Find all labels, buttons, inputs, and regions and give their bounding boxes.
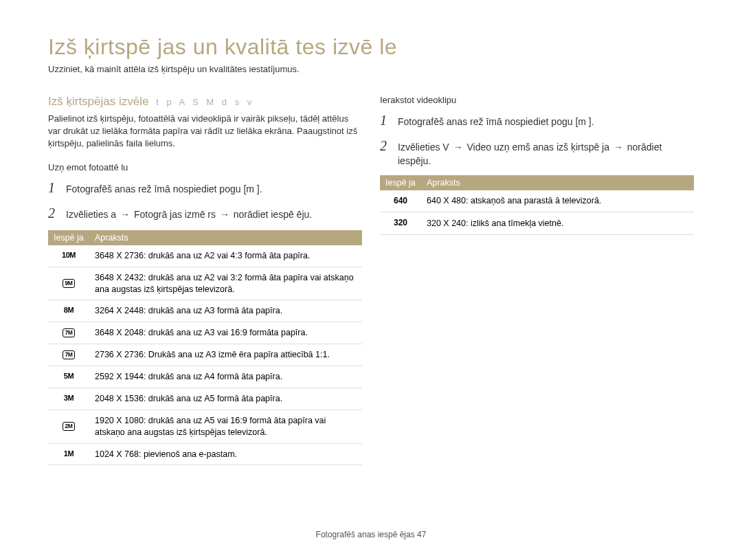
resolution-icon: 2M (63, 422, 76, 431)
option-icon-cell: 2M (48, 410, 89, 443)
table-row: 3M2048 X 1536: drukāš ana uz A5 formā āt… (48, 388, 362, 410)
resolution-icon: 320 (394, 218, 407, 227)
step-number: 2 (48, 203, 58, 223)
table-row: 7M2736 X 2736: Drukāš ana uz A3 izmē ēra… (48, 344, 362, 366)
photo-step-1: 1 Fotografēš anas rež īmā nospiediet pog… (48, 178, 362, 198)
table-row: 8M3264 X 2448: drukāš ana uz A3 formā āt… (48, 300, 362, 322)
left-column: Izš ķirtspējas izvēle t p A S M d s v Pa… (48, 95, 362, 465)
table-row: 9M3648 X 2432: drukāš ana uz A2 vai 3:2 … (48, 267, 362, 300)
page-footer: Fotografēš anas iespē ējas 47 (0, 530, 742, 539)
page-title: Izš ķirtspē jas un kvalitā tes izvē le (48, 34, 694, 60)
table-head-option: Iespē ja (380, 175, 421, 190)
table-row: 10M3648 X 2736: drukāš ana uz A2 vai 4:3… (48, 245, 362, 267)
page-subtitle: Uzziniet, kā mainīt attēla izš ķirtspēju… (48, 64, 694, 74)
photo-options-table: Iespē ja Apraksts 10M3648 X 2736: drukāš… (48, 230, 362, 466)
step-text-a: Izvēlieties V (398, 142, 449, 153)
arrow-icon: → (614, 140, 623, 154)
table-row: 1M1024 X 768: pievienoš ana e-pastam. (48, 443, 362, 465)
table-row: 320320 X 240: izlikš ana tīmekļa vietnē. (380, 212, 694, 235)
step-text-c: norādiet iespē ēju. (234, 209, 312, 220)
video-step-2: 2 Izvēlieties V → Video uzņ emš anas izš… (380, 136, 694, 168)
arrow-icon: → (220, 208, 229, 221)
table-head-description: Apraksts (421, 175, 694, 190)
mode-indicators: t p A S M d s v (156, 97, 254, 107)
two-column-layout: Izš ķirtspējas izvēle t p A S M d s v Pa… (48, 95, 694, 465)
section-heading-resolution: Izš ķirtspējas izvēle t p A S M d s v (48, 95, 362, 109)
option-icon-cell: 9M (48, 267, 89, 300)
section-heading-text: Izš ķirtspējas izvēle (48, 95, 148, 108)
resolution-icon: 10M (62, 251, 76, 259)
option-description-cell: 1920 X 1080: drukāš ana uz A5 vai 16:9 f… (89, 410, 362, 443)
option-description-cell: 2736 X 2736: Drukāš ana uz A3 izmē ēra p… (89, 344, 362, 366)
table-row: 640640 X 480: atskaņoš ana parastā ā tel… (380, 190, 694, 212)
right-column: Ierakstot videoklipu 1 Fotografēš anas r… (380, 95, 694, 465)
section-body-text: Palielinot izš ķirtspēju, fotoattēlā vai… (48, 113, 362, 150)
option-description-cell: 1024 X 768: pievienoš ana e-pastam. (89, 443, 362, 465)
option-icon-cell: 8M (48, 300, 89, 322)
step-number: 2 (380, 136, 390, 156)
photo-step-2: 2 Izvēlieties a → Fotogrā jas izmē rs → … (48, 203, 362, 223)
arrow-icon: → (120, 208, 130, 221)
option-description-cell: 3264 X 2448: drukāš ana uz A3 formā āta … (89, 300, 362, 322)
option-description-cell: 3648 X 2432: drukāš ana uz A2 vai 3:2 fo… (89, 267, 362, 300)
option-description-cell: 3648 X 2048: drukāš ana uz A3 vai 16:9 f… (89, 322, 362, 344)
option-description-cell: 2048 X 1536: drukāš ana uz A5 formā āta … (89, 388, 362, 410)
option-icon-cell: 320 (380, 212, 421, 235)
photo-context-label: Uzņ emot fotoattē lu (48, 162, 362, 172)
option-icon-cell: 10M (48, 245, 89, 267)
step-text-b: Fotogrā jas izmē rs (134, 209, 216, 220)
option-icon-cell: 7M (48, 344, 89, 366)
resolution-icon: 9M (63, 279, 76, 288)
step-text-suffix: ]. (589, 116, 594, 127)
step-text: Fotografēš anas rež īmā nospiediet pogu … (66, 183, 254, 194)
table-row: 2M1920 X 1080: drukāš ana uz A5 vai 16:9… (48, 410, 362, 443)
option-description-cell: 3648 X 2736: drukāš ana uz A2 vai 4:3 fo… (89, 245, 362, 267)
table-head-option: Iespē ja (48, 230, 89, 245)
step-text-suffix: ]. (257, 183, 262, 194)
resolution-icon: 640 (394, 196, 407, 205)
option-description-cell: 320 X 240: izlikš ana tīmekļa vietnē. (421, 212, 694, 235)
step-text-a: Izvēlieties a (66, 209, 116, 220)
option-icon-cell: 5M (48, 366, 89, 388)
video-options-table: Iespē ja Apraksts 640640 X 480: atskaņoš… (380, 175, 694, 236)
option-icon-cell: 640 (380, 190, 421, 212)
arrow-icon: → (453, 140, 463, 154)
photo-steps: 1 Fotografēš anas rež īmā nospiediet pog… (48, 178, 362, 223)
option-icon-cell: 7M (48, 322, 89, 344)
video-step-1: 1 Fotografēš anas rež īmā nospiediet pog… (380, 111, 694, 131)
resolution-icon: 7M (63, 350, 76, 359)
resolution-icon: 3M (64, 394, 74, 402)
resolution-icon: 1M (64, 449, 74, 458)
table-row: 7M3648 X 2048: drukāš ana uz A3 vai 16:9… (48, 322, 362, 344)
video-steps: 1 Fotografēš anas rež īmā nospiediet pog… (380, 111, 694, 168)
step-number: 1 (380, 111, 390, 131)
step-text-b: Video uzņ emš anas izš ķirtspē ja (466, 142, 609, 153)
step-text: Fotografēš anas rež īmā nospiediet pogu … (398, 116, 586, 127)
option-icon-cell: 1M (48, 443, 89, 465)
step-number: 1 (48, 178, 58, 198)
video-context-label: Ierakstot videoklipu (380, 95, 694, 105)
option-description-cell: 2592 X 1944: drukāš ana uz A4 formā āta … (89, 366, 362, 388)
option-icon-cell: 3M (48, 388, 89, 410)
table-row: 5M2592 X 1944: drukāš ana uz A4 formā āt… (48, 366, 362, 388)
resolution-icon: 7M (63, 328, 76, 337)
table-head-description: Apraksts (89, 230, 362, 245)
option-description-cell: 640 X 480: atskaņoš ana parastā ā televi… (421, 190, 694, 212)
resolution-icon: 8M (64, 306, 74, 314)
resolution-icon: 5M (64, 372, 74, 380)
